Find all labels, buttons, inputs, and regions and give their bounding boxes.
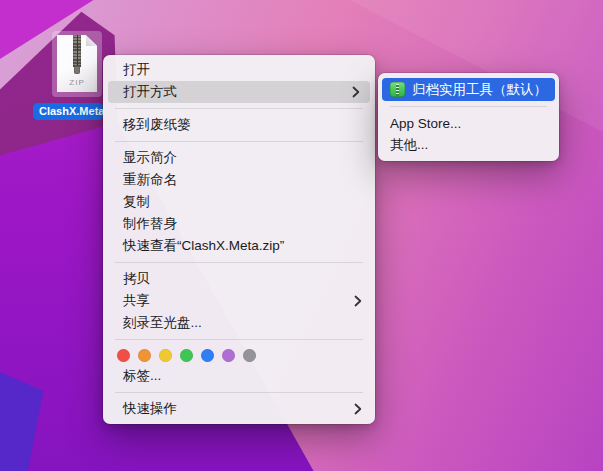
menu-separator: [115, 262, 363, 263]
chevron-right-icon: [354, 295, 362, 307]
menu-separator: [115, 339, 363, 340]
tag-dot-purple[interactable]: [222, 349, 235, 362]
tag-dot-orange[interactable]: [138, 349, 151, 362]
tag-dot-yellow[interactable]: [159, 349, 172, 362]
menu-separator: [115, 108, 363, 109]
menu-item-open[interactable]: 打开: [103, 59, 375, 81]
zip-type-badge: ZIP: [57, 78, 97, 87]
menu-item-quick-look[interactable]: 快速查看“ClashX.Meta.zip”: [103, 235, 375, 257]
tag-dot-red[interactable]: [117, 349, 130, 362]
tag-dot-blue[interactable]: [201, 349, 214, 362]
menu-item-open-with[interactable]: 打开方式: [108, 81, 370, 103]
menu-item-make-alias[interactable]: 制作替身: [103, 213, 375, 235]
chevron-right-icon: [354, 403, 362, 415]
submenu-item-archive-utility[interactable]: 归档实用工具（默认）: [382, 78, 555, 101]
file-name-text: ClashX.Meta.zip: [33, 105, 103, 117]
open-with-submenu: 归档实用工具（默认） App Store... 其他...: [378, 73, 559, 161]
submenu-item-app-store[interactable]: App Store...: [378, 112, 559, 134]
menu-item-duplicate[interactable]: 复制: [103, 191, 375, 213]
zipper-pull-icon: [74, 66, 80, 74]
menu-item-burn-to-disc[interactable]: 刻录至光盘...: [103, 312, 375, 334]
desktop: ZIP ClashX.Meta.zip 打开 打开方式 移到废纸篓 显示简介 重…: [0, 0, 603, 471]
menu-item-copy[interactable]: 拷贝: [103, 268, 375, 290]
tag-dot-green[interactable]: [180, 349, 193, 362]
tag-dot-gray[interactable]: [243, 349, 256, 362]
context-menu: 打开 打开方式 移到废纸篓 显示简介 重新命名 复制 制作替身 快速查看“Cla…: [103, 55, 375, 424]
menu-item-tags[interactable]: 标签...: [103, 365, 375, 387]
menu-item-move-to-trash[interactable]: 移到废纸篓: [103, 114, 375, 136]
menu-item-share[interactable]: 共享: [103, 290, 375, 312]
chevron-right-icon: [352, 86, 360, 98]
menu-item-rename[interactable]: 重新命名: [103, 169, 375, 191]
archive-utility-icon: [390, 82, 405, 97]
menu-separator: [115, 392, 363, 393]
submenu-item-other[interactable]: 其他...: [378, 134, 559, 156]
menu-separator: [115, 141, 363, 142]
file-label[interactable]: ClashX.Meta.zip: [33, 103, 103, 120]
zip-file-icon[interactable]: ZIP: [57, 35, 97, 92]
zipper-icon: [73, 35, 81, 67]
menu-separator: [390, 106, 547, 107]
tag-color-row: [103, 345, 375, 365]
menu-item-quick-actions[interactable]: 快速操作: [103, 398, 375, 420]
menu-item-get-info[interactable]: 显示简介: [103, 147, 375, 169]
